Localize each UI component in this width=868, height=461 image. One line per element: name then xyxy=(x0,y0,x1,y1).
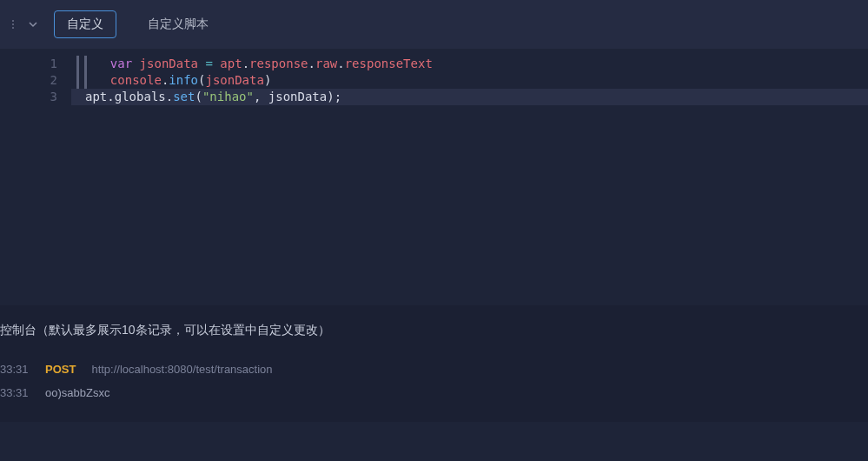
console-header: 控制台（默认最多展示10条记录，可以在设置中自定义更改） xyxy=(0,323,868,338)
tab-custom[interactable]: 自定义 xyxy=(54,10,116,38)
log-url: http://localhost:8080/test/transaction xyxy=(91,363,272,376)
code-editor[interactable]: 1 2 3 var jsonData = apt.response.raw.re… xyxy=(0,49,868,305)
code-content[interactable]: var jsonData = apt.response.raw.response… xyxy=(76,49,868,305)
chevron-down-icon[interactable] xyxy=(24,16,42,33)
line-number: 3 xyxy=(0,89,76,105)
tab-custom-script[interactable]: 自定义脚本 xyxy=(134,10,222,39)
code-line-active: apt.globals.set("nihao", jsonData); xyxy=(71,89,868,105)
code-line: console.info(jsonData) xyxy=(76,72,868,89)
line-number-gutter: 1 2 3 xyxy=(0,49,76,305)
console-log-row: 33:31 oo)sabbZsxc xyxy=(0,381,868,404)
code-line: var jsonData = apt.response.raw.response… xyxy=(76,56,868,72)
fold-marker-icon xyxy=(84,56,87,89)
log-timestamp: 33:31 xyxy=(0,363,45,376)
line-number: 1 xyxy=(0,56,76,72)
console-log-row: 33:31 POST http://localhost:8080/test/tr… xyxy=(0,357,868,381)
line-number: 2 xyxy=(0,72,76,89)
drag-handle-icon[interactable] xyxy=(7,15,19,34)
log-http-method: POST xyxy=(45,363,76,376)
log-message: oo)sabbZsxc xyxy=(45,386,109,399)
fold-marker-icon xyxy=(76,56,79,89)
console-panel: 控制台（默认最多展示10条记录，可以在设置中自定义更改） 33:31 POST … xyxy=(0,305,868,422)
log-timestamp: 33:31 xyxy=(0,386,45,399)
top-bar: 自定义 自定义脚本 xyxy=(0,0,868,49)
